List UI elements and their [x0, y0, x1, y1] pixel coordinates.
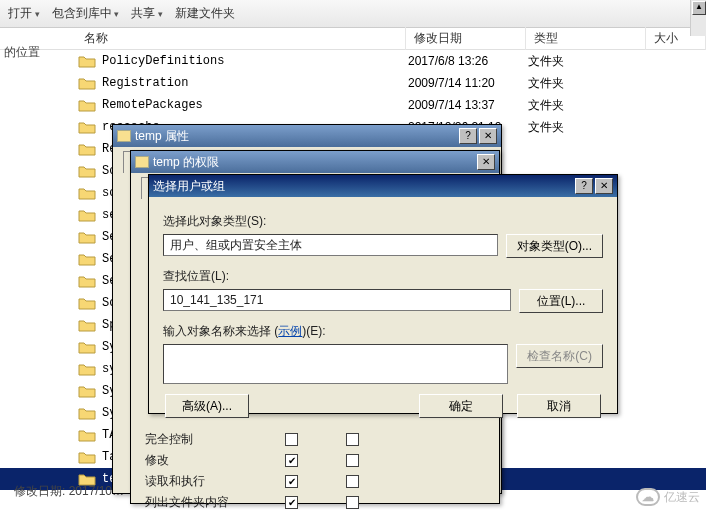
folder-icon — [135, 156, 149, 168]
folder-icon — [78, 340, 96, 354]
object-type-field: 用户、组或内置安全主体 — [163, 234, 498, 256]
title-text: temp 属性 — [135, 128, 189, 145]
deny-checkbox[interactable] — [346, 496, 359, 509]
example-link[interactable]: 示例 — [278, 324, 302, 338]
file-row[interactable]: Registration2009/7/14 11:20文件夹 — [0, 72, 706, 94]
folder-icon — [117, 130, 131, 142]
toolbar-share[interactable]: 共享 — [131, 5, 163, 22]
watermark: ☁ 亿速云 — [636, 488, 700, 506]
file-type: 文件夹 — [528, 53, 648, 70]
dialog-select-user: 选择用户或组 ? ✕ 选择此对象类型(S): 用户、组或内置安全主体 对象类型(… — [148, 174, 618, 414]
file-type: 文件夹 — [528, 97, 648, 114]
check-names-button[interactable]: 检查名称(C) — [516, 344, 603, 368]
file-type: 文件夹 — [528, 119, 648, 136]
toolbar-include[interactable]: 包含到库中 — [52, 5, 120, 22]
cloud-icon: ☁ — [636, 488, 660, 506]
advanced-button[interactable]: 高级(A)... — [165, 394, 249, 418]
permission-label: 完全控制 — [145, 431, 265, 448]
folder-icon — [78, 296, 96, 310]
deny-checkbox[interactable] — [346, 454, 359, 467]
folder-icon — [78, 274, 96, 288]
folder-icon — [78, 120, 96, 134]
allow-checkbox[interactable] — [285, 454, 298, 467]
permission-row: 读取和执行 — [145, 471, 485, 492]
file-name: PolicyDefinitions — [102, 54, 408, 68]
folder-icon — [78, 142, 96, 156]
allow-checkbox[interactable] — [285, 433, 298, 446]
close-button[interactable]: ✕ — [595, 178, 613, 194]
allow-checkbox[interactable] — [285, 496, 298, 509]
ok-button[interactable]: 确定 — [419, 394, 503, 418]
titlebar-properties: temp 属性 ? ✕ — [113, 125, 501, 147]
permission-row: 列出文件夹内容 — [145, 492, 485, 510]
file-type: 文件夹 — [528, 75, 648, 92]
folder-icon — [78, 54, 96, 68]
folder-icon — [78, 362, 96, 376]
col-date[interactable]: 修改日期 — [406, 27, 526, 50]
title-text: temp 的权限 — [153, 154, 219, 171]
file-row[interactable]: PolicyDefinitions2017/6/8 13:26文件夹 — [0, 50, 706, 72]
file-name: Registration — [102, 76, 408, 90]
file-name: RemotePackages — [102, 98, 408, 112]
cancel-button[interactable]: 取消 — [517, 394, 601, 418]
permission-row: 修改 — [145, 450, 485, 471]
folder-icon — [78, 208, 96, 222]
folder-icon — [78, 98, 96, 112]
folder-icon — [78, 450, 96, 464]
allow-checkbox[interactable] — [285, 475, 298, 488]
deny-checkbox[interactable] — [346, 475, 359, 488]
column-header: 名称 修改日期 类型 大小 — [0, 28, 706, 50]
object-names-input[interactable] — [163, 344, 508, 384]
explorer-toolbar: 打开 包含到库中 共享 新建文件夹 — [0, 0, 706, 28]
folder-icon — [78, 230, 96, 244]
folder-icon — [78, 406, 96, 420]
file-date: 2017/6/8 13:26 — [408, 54, 528, 68]
permission-label: 读取和执行 — [145, 473, 265, 490]
folder-icon — [78, 76, 96, 90]
titlebar-permissions: temp 的权限 ✕ — [131, 151, 499, 173]
permission-label: 修改 — [145, 452, 265, 469]
folder-icon — [78, 186, 96, 200]
toolbar-newfolder[interactable]: 新建文件夹 — [175, 5, 235, 22]
close-button[interactable]: ✕ — [479, 128, 497, 144]
object-type-button[interactable]: 对象类型(O)... — [506, 234, 603, 258]
status-bar: 修改日期: 2017/10… — [14, 483, 124, 500]
folder-icon — [78, 428, 96, 442]
title-text: 选择用户或组 — [153, 178, 225, 195]
folder-icon — [78, 252, 96, 266]
folder-icon — [78, 164, 96, 178]
col-name[interactable]: 名称 — [76, 27, 406, 50]
scroll-button[interactable] — [692, 1, 706, 15]
permission-list: 完全控制修改读取和执行列出文件夹内容读取 — [145, 429, 485, 510]
folder-icon — [78, 318, 96, 332]
label-names: 输入对象名称来选择 (示例)(E): — [163, 323, 603, 340]
file-date: 2009/7/14 11:20 — [408, 76, 528, 90]
deny-checkbox[interactable] — [346, 433, 359, 446]
location-button[interactable]: 位置(L)... — [519, 289, 603, 313]
titlebar-select-user: 选择用户或组 ? ✕ — [149, 175, 617, 197]
file-row[interactable]: RemotePackages2009/7/14 13:37文件夹 — [0, 94, 706, 116]
help-button[interactable]: ? — [575, 178, 593, 194]
permission-label: 列出文件夹内容 — [145, 494, 265, 510]
close-button[interactable]: ✕ — [477, 154, 495, 170]
label-location: 查找位置(L): — [163, 268, 603, 285]
permission-row: 完全控制 — [145, 429, 485, 450]
location-field: 10_141_135_171 — [163, 289, 511, 311]
folder-icon — [78, 384, 96, 398]
label-object-type: 选择此对象类型(S): — [163, 213, 603, 230]
col-type[interactable]: 类型 — [526, 27, 646, 50]
help-button[interactable]: ? — [459, 128, 477, 144]
file-date: 2009/7/14 13:37 — [408, 98, 528, 112]
toolbar-open[interactable]: 打开 — [8, 5, 40, 22]
